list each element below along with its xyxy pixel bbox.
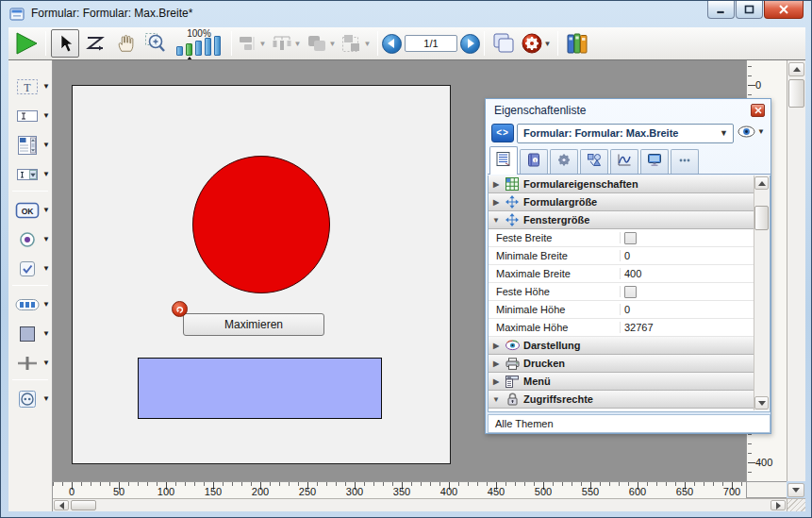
ellipse-object[interactable] [192,156,330,293]
property-group-menu[interactable]: ▶Menü [489,373,754,391]
checkbox-tool-button[interactable]: ▼ [8,256,52,281]
settings-button[interactable]: ▼ [520,29,553,58]
tab-settings[interactable] [550,149,578,174]
feste-breite-checkbox[interactable] [624,232,637,244]
zoom-bars-icon[interactable] [176,36,221,56]
property-group-formulargrosse[interactable]: ▶Formulargröße [489,193,754,211]
maximize-button[interactable] [736,1,763,19]
panel-scrollbar[interactable] [754,175,770,410]
rectangle-tool-button[interactable]: ▼ [8,321,52,346]
visibility-filter-button[interactable]: ▼ [737,125,765,138]
select-tool-button[interactable] [51,29,79,58]
chevron-down-icon[interactable]: ▼ [42,82,50,91]
form-canvas[interactable]: Maximieren [72,85,451,464]
listbox-tool-button[interactable]: ▼ [8,132,52,158]
ruler-label: 0 [755,79,761,91]
label-tool-button[interactable]: T▼ [8,74,52,99]
property-group-darstellung[interactable]: ▶Darstellung [489,337,754,355]
collapse-icon[interactable]: ▼ [489,395,504,404]
minimale-hohe-value[interactable]: 0 [624,304,630,315]
tab-properties[interactable] [489,146,518,175]
horizontal-scrollbar[interactable] [53,498,787,511]
combobox-tool-button[interactable]: ▼ [8,161,52,187]
rectangle-object[interactable] [138,358,382,419]
chevron-down-icon[interactable]: ▼ [42,300,50,309]
property-group-zugriffsrechte[interactable]: ▼Zugriffsrechte [489,391,754,409]
next-page-button[interactable] [460,34,480,54]
zoom-tool-button[interactable] [141,29,170,58]
ruler-label: 450 [488,486,505,497]
button-tool-button[interactable]: OK▼ [8,197,52,223]
chevron-down-icon[interactable]: ▼ [42,206,50,214]
pan-tool-button[interactable] [111,29,140,58]
run-form-button[interactable] [12,29,41,58]
scroll-left-button[interactable] [54,500,69,510]
progressbar-tool-button[interactable]: ▼ [8,292,52,317]
expand-icon[interactable]: ▶ [489,198,504,207]
property-row-minimale-breite[interactable]: Minimale Breite0 [489,247,754,265]
chevron-down-icon[interactable]: ▼ [42,235,50,243]
vertical-scrollbar[interactable] [787,60,805,481]
chevron-down-icon[interactable]: ▼ [42,111,50,120]
property-row-minimale-hohe[interactable]: Minimale Höhe0 [489,301,754,319]
button-tool-icon: OK [14,202,41,219]
property-group-formulareigenschaften[interactable]: ▶Formulareigenschaften [489,175,754,193]
chevron-down-icon[interactable]: ▼ [42,394,50,403]
tab-documentation[interactable]: i [520,149,548,174]
chevron-down-icon[interactable]: ▼ [543,40,552,48]
panel-close-button[interactable] [751,104,765,117]
properties-panel-titlebar[interactable]: Eigenschaftenliste [486,99,771,123]
splitter-tool-button[interactable]: ▼ [8,350,52,376]
expand-icon[interactable]: ▶ [489,377,504,386]
maximale-breite-value[interactable]: 400 [624,268,641,279]
property-group-drucken[interactable]: ▶Drucken [489,355,754,373]
tab-display[interactable] [640,149,669,174]
help-library-button[interactable] [563,29,591,58]
polyline-tool-button[interactable] [81,29,109,58]
close-button[interactable] [764,1,804,19]
object-selector-dropdown[interactable]: Formular: Formular: Max.Breite ▼ [517,124,734,143]
property-row-maximale-hohe[interactable]: Maximale Höhe32767 [489,319,754,337]
maximale-hohe-value[interactable]: 32767 [624,322,654,333]
chevron-down-icon: ▼ [363,40,372,48]
expand-icon[interactable]: ▶ [489,359,504,368]
expand-icon[interactable]: ▶ [489,342,504,350]
tab-objects[interactable] [580,149,608,174]
panel-scroll-thumb[interactable] [754,206,769,230]
chevron-down-icon[interactable]: ▼ [42,329,50,338]
chevron-down-icon[interactable]: ▼ [42,170,50,178]
collapse-icon[interactable]: ▼ [489,216,504,225]
minimize-button[interactable] [707,1,735,19]
chevron-down-icon: ▼ [757,127,765,136]
tab-more[interactable] [671,149,699,174]
scroll-right-button[interactable] [771,500,786,510]
windows-list-button[interactable] [489,29,518,58]
scroll-up-button[interactable] [788,62,804,76]
titlebar[interactable]: Formular: Formular: Max.Breite* [1,1,812,27]
vertical-scroll-thumb[interactable] [788,79,804,108]
object-type-icon[interactable]: <> [491,124,514,142]
plugin-tool-button[interactable]: ▼ [8,386,52,411]
tab-curves[interactable] [610,149,638,174]
property-row-maximale-breite[interactable]: Maximale Breite400 [489,265,754,283]
previous-page-button[interactable] [382,34,402,54]
chevron-down-icon[interactable]: ▼ [42,264,50,273]
textfield-tool-button[interactable]: ▼ [8,103,52,128]
property-group-fenstergrosse[interactable]: ▼Fenstergröße [489,211,754,229]
property-row-feste-hohe[interactable]: Feste Höhe [489,283,754,301]
radiobutton-tool-button[interactable]: ▼ [8,226,52,252]
ruler-label: 350 [393,486,410,497]
scroll-down-button[interactable] [787,483,804,497]
feste-hohe-checkbox[interactable] [624,286,637,298]
property-row-feste-breite[interactable]: Feste Breite [489,229,754,247]
maximize-form-button-object[interactable]: Maximieren [183,313,324,336]
minimale-breite-value[interactable]: 0 [624,250,630,261]
chevron-down-icon[interactable]: ▼ [42,141,50,149]
chevron-down-icon[interactable]: ▼ [42,359,50,367]
scroll-down-button[interactable] [754,396,769,409]
horizontal-scroll-thumb[interactable] [71,500,96,510]
zoom-widget[interactable]: 100% [173,28,225,58]
expand-icon[interactable]: ▶ [489,180,504,189]
resize-grip[interactable] [787,498,805,511]
scroll-up-button[interactable] [754,176,769,190]
